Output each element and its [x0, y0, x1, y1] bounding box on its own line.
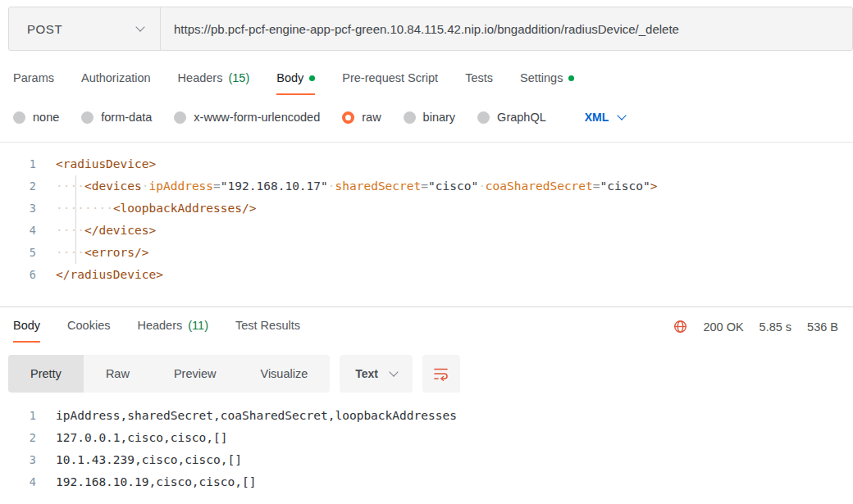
response-tab-body[interactable]: Body — [13, 319, 40, 343]
response-tab-test-results[interactable]: Test Results — [235, 319, 300, 343]
tab-tests[interactable]: Tests — [465, 71, 493, 95]
view-raw[interactable]: Raw — [84, 355, 152, 393]
response-code-line: 127.0.0.1,cisco,cisco,[] — [56, 427, 228, 449]
wrap-text-button[interactable] — [422, 355, 460, 393]
xml-code-line[interactable]: ········<loopbackAddresses/> — [56, 198, 256, 220]
response-body: 1ipAddress,sharedSecret,coaSharedSecret,… — [0, 393, 853, 493]
language-label: XML — [585, 111, 609, 124]
response-headers-count: (11) — [188, 319, 208, 332]
request-url-bar: POST https://pb.pcf-pcf-engine-app-pcf-g… — [8, 7, 853, 51]
line-number: 2 — [0, 427, 56, 449]
tab-label: Cookies — [67, 319, 110, 332]
view-visualize[interactable]: Visualize — [238, 355, 330, 393]
radio-circle-icon — [13, 111, 25, 124]
response-code-line: 10.1.43.239,cisco,cisco,[] — [56, 449, 242, 471]
radio-form-data[interactable]: form-data — [81, 111, 152, 124]
code-line: 310.1.43.239,cisco,cisco,[] — [0, 449, 853, 471]
radio-label: raw — [362, 111, 381, 124]
indent-guide — [75, 175, 76, 264]
code-line: 1<radiusDevice> — [0, 153, 853, 175]
response-code-line: ipAddress,sharedSecret,coaSharedSecret,l… — [56, 405, 457, 427]
code-line: 6</radiusDevice> — [0, 264, 853, 286]
body-filled-dot — [309, 75, 315, 81]
response-toolbar: Pretty Raw Preview Visualize Text — [8, 355, 845, 393]
network-icon[interactable] — [673, 320, 687, 334]
tab-headers[interactable]: Headers (15) — [178, 71, 250, 95]
tab-label: Pre-request Script — [342, 71, 438, 84]
settings-filled-dot — [568, 75, 574, 81]
radio-binary[interactable]: binary — [404, 111, 456, 124]
tab-label: Body — [276, 71, 303, 84]
view-label: Preview — [174, 367, 217, 380]
view-label: Visualize — [260, 367, 308, 380]
tab-params[interactable]: Params — [13, 71, 54, 95]
radio-selected-icon — [342, 111, 354, 124]
code-line: 4····</devices> — [0, 220, 853, 242]
format-select[interactable]: Text — [340, 355, 413, 393]
radio-x-www-form-urlencoded[interactable]: x-www-form-urlencoded — [174, 111, 320, 124]
code-line: 3········<loopbackAddresses/> — [0, 198, 853, 220]
wrap-text-icon — [433, 366, 449, 381]
view-label: Pretty — [30, 367, 62, 380]
tab-label: Authorization — [81, 71, 151, 84]
response-size: 536 B — [807, 320, 838, 334]
chevron-down-icon — [389, 367, 398, 376]
view-mode-group: Pretty Raw Preview Visualize — [8, 355, 330, 393]
radio-label: x-www-form-urlencoded — [194, 111, 320, 124]
tab-pre-request-script[interactable]: Pre-request Script — [342, 71, 438, 95]
radio-graphql[interactable]: GraphQL — [477, 111, 546, 124]
tab-authorization[interactable]: Authorization — [81, 71, 151, 95]
response-tab-headers[interactable]: Headers (11) — [137, 319, 208, 343]
response-status: 200 OK — [703, 320, 743, 334]
tab-body[interactable]: Body — [276, 71, 315, 95]
code-line: 1ipAddress,sharedSecret,coaSharedSecret,… — [0, 405, 853, 427]
method-select[interactable]: POST — [9, 7, 161, 50]
xml-code-line[interactable]: ····<errors/> — [56, 242, 149, 264]
radio-label: GraphQL — [497, 111, 546, 124]
chevron-down-icon — [135, 22, 144, 31]
line-number: 5 — [0, 242, 56, 264]
url-input[interactable]: https://pb.pcf-pcf-engine-app-pcf-green.… — [161, 7, 852, 50]
view-pretty[interactable]: Pretty — [8, 355, 84, 393]
tab-label: Headers — [178, 71, 223, 84]
radio-none[interactable]: none — [13, 111, 59, 124]
line-number: 2 — [0, 175, 56, 198]
code-line: 4192.168.10.19,cisco,cisco,[] — [0, 471, 853, 493]
request-tabs: Params Authorization Headers (15) Body P… — [13, 71, 845, 95]
tab-label: Body — [13, 319, 40, 332]
response-code-block: 1ipAddress,sharedSecret,coaSharedSecret,… — [0, 405, 853, 493]
xml-code-line[interactable]: ····<devices·ipAddress="192.168.10.17"·s… — [56, 175, 657, 198]
response-meta: 200 OK 5.85 s 536 B — [673, 320, 838, 343]
response-code-line: 192.168.10.19,cisco,cisco,[] — [56, 471, 256, 493]
radio-label: none — [33, 111, 59, 124]
language-select[interactable]: XML — [585, 111, 626, 124]
method-label: POST — [27, 22, 62, 36]
line-number: 3 — [0, 449, 56, 471]
line-number: 4 — [0, 471, 56, 493]
format-label: Text — [355, 367, 378, 380]
view-label: Raw — [106, 367, 130, 380]
view-preview[interactable]: Preview — [152, 355, 239, 393]
code-line: 2127.0.0.1,cisco,cisco,[] — [0, 427, 853, 449]
tab-settings[interactable]: Settings — [520, 71, 574, 95]
code-line: 5····<errors/> — [0, 242, 853, 264]
tab-label: Settings — [520, 71, 563, 84]
line-number: 1 — [0, 153, 56, 175]
radio-raw[interactable]: raw — [342, 111, 381, 124]
xml-code-line[interactable]: <radiusDevice> — [56, 153, 156, 175]
xml-code-line[interactable]: </radiusDevice> — [56, 264, 163, 286]
response-tabs: Body Cookies Headers (11) Test Results 2… — [13, 307, 838, 343]
radio-circle-icon — [477, 111, 490, 124]
line-number: 6 — [0, 264, 56, 286]
xml-code-line[interactable]: ····</devices> — [56, 220, 156, 242]
xml-code-block[interactable]: 1<radiusDevice>2····<devices·ipAddress="… — [0, 153, 853, 286]
body-mode-options: none form-data x-www-form-urlencoded raw… — [13, 111, 845, 124]
chevron-down-icon — [618, 111, 627, 120]
response-tab-cookies[interactable]: Cookies — [67, 319, 110, 343]
line-number: 1 — [0, 405, 56, 427]
radio-circle-icon — [404, 111, 416, 124]
response-time: 5.85 s — [759, 320, 792, 334]
request-body-editor[interactable]: 1<radiusDevice>2····<devices·ipAddress="… — [0, 143, 853, 297]
radio-label: form-data — [101, 111, 152, 124]
tab-label: Tests — [465, 71, 493, 84]
